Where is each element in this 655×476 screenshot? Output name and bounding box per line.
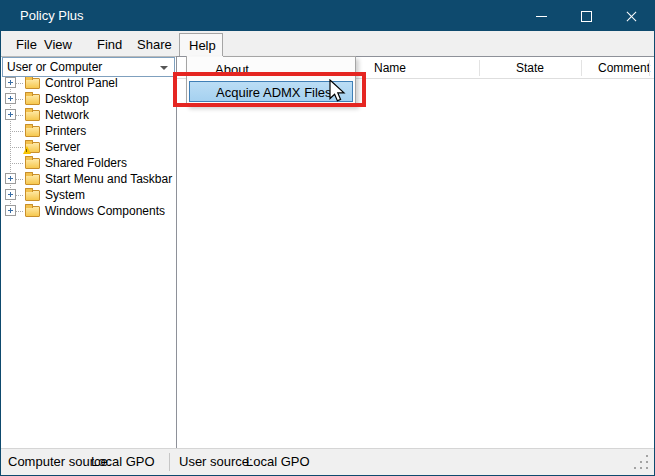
tree-item-server[interactable]: Server [2,139,174,155]
user-source-label: User source: [179,449,253,475]
computer-source-value: Local GPO [91,449,155,475]
folder-icon [25,206,40,217]
tree-item-start-menu-and-taskbar[interactable]: Start Menu and Taskbar [2,171,174,187]
scope-selector-value: User or Computer [7,60,102,75]
menubar: File View Find Share Help [1,31,654,57]
folder-icon [25,158,40,169]
window-title: Policy Plus [20,1,84,31]
column-header-name[interactable]: Name [374,60,406,76]
chevron-down-icon [160,66,168,70]
folder-warning-icon [25,142,40,153]
statusbar: Computer source: Local GPO User source: … [1,448,654,475]
expand-icon[interactable] [5,173,16,184]
menu-file[interactable]: File [16,35,37,55]
minimize-icon [536,16,547,17]
column-header-state[interactable]: State [479,60,581,76]
menu-help[interactable]: Help [179,33,223,57]
expand-icon[interactable] [5,189,16,200]
expand-icon[interactable] [5,93,16,104]
mouse-cursor-icon [327,79,347,105]
warning-icon [23,146,31,154]
menu-share[interactable]: Share [137,35,172,55]
maximize-button[interactable] [564,1,609,31]
tree-item-shared-folders[interactable]: Shared Folders [2,155,174,171]
menu-view[interactable]: View [44,35,72,55]
category-tree: Control Panel Desktop Network Printers S… [2,75,174,235]
tree-item-windows-components[interactable]: Windows Components [2,203,174,219]
tree-item-system[interactable]: System [2,187,174,203]
tree-item-desktop[interactable]: Desktop [2,91,174,107]
tree-item-network[interactable]: Network [2,107,174,123]
scope-selector-combobox[interactable]: User or Computer [2,57,175,77]
maximize-icon [581,11,592,22]
titlebar[interactable]: Policy Plus [1,1,654,31]
folder-icon [25,110,40,121]
tree-item-control-panel[interactable]: Control Panel [2,75,174,91]
column-header-comment[interactable]: Comment [598,60,650,76]
resize-grip[interactable] [634,467,636,469]
close-button[interactable] [609,1,654,31]
policy-plus-window: Policy Plus File View Find Share Help Us… [0,0,655,476]
expand-icon[interactable] [5,109,16,120]
menu-help-label: Help [189,36,216,56]
panel-splitter[interactable] [176,56,177,448]
minimize-button[interactable] [519,1,564,31]
folder-icon [25,126,40,137]
policies-list: Name State Comment [177,56,655,448]
folder-icon [25,174,40,185]
folder-icon [25,78,40,89]
folder-icon [25,94,40,105]
statusbar-separator [169,453,170,471]
expand-icon[interactable] [5,205,16,216]
folder-icon [25,190,40,201]
user-source-value: Local GPO [246,449,310,475]
menu-find[interactable]: Find [97,35,122,55]
expand-icon[interactable] [5,77,16,88]
tree-item-printers[interactable]: Printers [2,123,174,139]
